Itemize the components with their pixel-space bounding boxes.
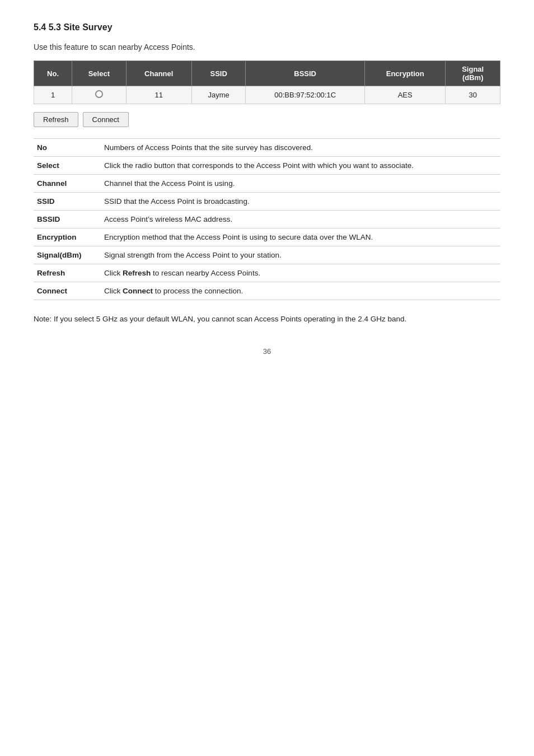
cell-encryption: AES: [364, 86, 445, 104]
desc-term: Channel: [34, 175, 101, 193]
radio-button[interactable]: [95, 90, 103, 98]
desc-definition: Signal strength from the Access Point to…: [101, 246, 500, 264]
desc-row: BSSIDAccess Point’s wireless MAC address…: [34, 211, 500, 228]
cell-signal: 30: [446, 86, 500, 104]
col-header-ssid: SSID: [192, 61, 246, 86]
desc-term: SSID: [34, 193, 101, 211]
desc-definition: SSID that the Access Point is broadcasti…: [101, 193, 500, 211]
intro-text: Use this feature to scan nearby Access P…: [34, 43, 500, 52]
desc-row: SSIDSSID that the Access Point is broadc…: [34, 193, 500, 211]
cell-ssid: Jayme: [192, 86, 246, 104]
cell-bssid: 00:BB:97:52:00:1C: [246, 86, 365, 104]
col-header-encryption: Encryption: [364, 61, 445, 86]
desc-definition: Channel that the Access Point is using.: [101, 175, 500, 193]
col-header-bssid: BSSID: [246, 61, 365, 86]
note-text: Note: If you select 5 GHz as your defaul…: [34, 314, 500, 325]
page-number: 36: [34, 347, 500, 356]
table-row: 1 11 Jayme 00:BB:97:52:00:1C AES 30: [34, 86, 500, 104]
desc-row: Signal(dBm)Signal strength from the Acce…: [34, 246, 500, 264]
desc-definition: Encryption method that the Access Point …: [101, 228, 500, 246]
page-title: 5.4 5.3 Site Survey: [34, 22, 500, 32]
desc-definition: Click Refresh to rescan nearby Access Po…: [101, 264, 500, 282]
cell-channel: 11: [126, 86, 191, 104]
col-header-no: No.: [34, 61, 72, 86]
desc-definition: Access Point’s wireless MAC address.: [101, 211, 500, 228]
col-header-signal: Signal(dBm): [446, 61, 500, 86]
desc-definition: Numbers of Access Points that the site s…: [101, 139, 500, 157]
desc-term: Encryption: [34, 228, 101, 246]
desc-row: SelectClick the radio button that corres…: [34, 157, 500, 175]
connect-button[interactable]: Connect: [83, 112, 129, 127]
col-header-select: Select: [72, 61, 126, 86]
desc-definition: Click Connect to process the connection.: [101, 282, 500, 300]
desc-term: BSSID: [34, 211, 101, 228]
desc-definition: Click the radio button that corresponds …: [101, 157, 500, 175]
desc-row: EncryptionEncryption method that the Acc…: [34, 228, 500, 246]
desc-row: ConnectClick Connect to process the conn…: [34, 282, 500, 300]
refresh-button[interactable]: Refresh: [34, 112, 78, 127]
desc-term: Select: [34, 157, 101, 175]
desc-term: No: [34, 139, 101, 157]
col-header-channel: Channel: [126, 61, 191, 86]
survey-table: No. Select Channel SSID BSSID Encryption…: [34, 60, 500, 104]
cell-no: 1: [34, 86, 72, 104]
desc-term: Refresh: [34, 264, 101, 282]
desc-row: ChannelChannel that the Access Point is …: [34, 175, 500, 193]
cell-select[interactable]: [72, 86, 126, 104]
desc-term: Signal(dBm): [34, 246, 101, 264]
description-table: NoNumbers of Access Points that the site…: [34, 138, 500, 300]
button-row: Refresh Connect: [34, 112, 500, 127]
desc-term: Connect: [34, 282, 101, 300]
desc-row: RefreshClick Refresh to rescan nearby Ac…: [34, 264, 500, 282]
desc-row: NoNumbers of Access Points that the site…: [34, 139, 500, 157]
